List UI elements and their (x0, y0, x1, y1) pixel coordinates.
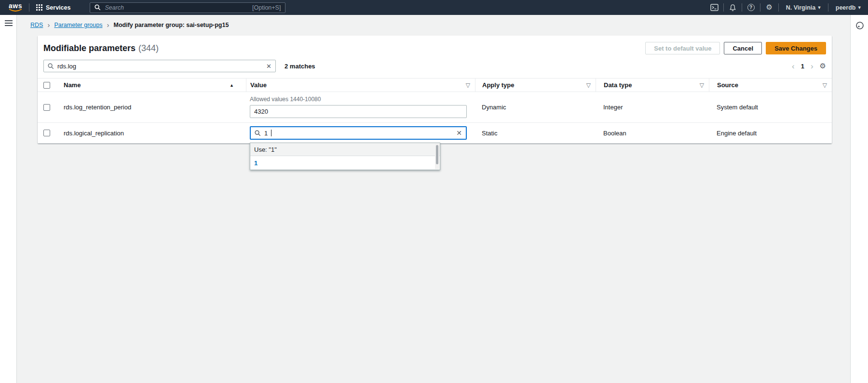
region-selector[interactable]: N. Virginia ▾ (779, 0, 828, 15)
search-shortcut-hint: [Option+S] (252, 4, 281, 11)
breadcrumb-separator-icon: › (107, 21, 109, 28)
status-circle-icon (855, 21, 864, 30)
source-cell: System default (709, 92, 832, 122)
search-icon (255, 130, 261, 136)
header-source: Source ▽ (709, 79, 832, 92)
parameter-name-cell: rds.log_retention_period (55, 92, 246, 122)
notifications-button[interactable] (724, 0, 742, 15)
column-label-apply-type: Apply type (482, 81, 514, 89)
breadcrumb-parameter-groups-link[interactable]: Parameter groups (54, 22, 102, 28)
table-row-log-retention-period: rds.log_retention_period Allowed values … (38, 92, 832, 123)
filter-apply-type-icon[interactable]: ▽ (586, 82, 591, 88)
table-preferences-gear-icon[interactable]: ⚙ (820, 63, 826, 70)
services-menu-button[interactable]: Services (29, 0, 77, 15)
global-search-input[interactable]: Search [Option+S] (90, 2, 285, 13)
previous-page-icon[interactable]: ‹ (792, 62, 795, 70)
header-checkbox-cell (38, 79, 55, 92)
dropdown-scrollbar-thumb[interactable] (436, 145, 438, 164)
header-actions: Set to default value Cancel Save Changes (645, 42, 826, 54)
region-label: N. Virginia (786, 4, 816, 11)
cancel-button[interactable]: Cancel (724, 42, 762, 54)
column-label-data-type: Data type (604, 81, 632, 89)
page-title: Modifiable parameters (43, 43, 136, 53)
aws-logo-text: aws (9, 3, 22, 9)
filter-data-type-icon[interactable]: ▽ (700, 82, 704, 88)
data-type-value: Integer (603, 104, 623, 111)
combobox-value: 1 (264, 130, 268, 137)
value-suggestions-dropdown: Use: "1" 1 (250, 143, 440, 170)
row-checkbox-cell (38, 92, 55, 122)
header-name[interactable]: Name ▲ (55, 79, 246, 92)
aws-logo[interactable]: aws (9, 3, 22, 12)
select-all-checkbox[interactable] (43, 82, 50, 89)
hamburger-menu-icon[interactable] (5, 20, 13, 26)
data-type-cell: Integer (596, 92, 709, 122)
allowed-values-hint: Allowed values 1440-10080 (250, 96, 467, 103)
save-changes-button[interactable]: Save Changes (766, 42, 826, 54)
dropdown-scrollbar[interactable] (435, 144, 439, 169)
value-input[interactable] (250, 105, 467, 118)
parameter-value-cell: Allowed values 1440-10080 (246, 92, 475, 122)
breadcrumb-rds-link[interactable]: RDS (30, 22, 43, 28)
apply-type-value: Dynamic (482, 104, 506, 111)
dropdown-use-entry[interactable]: Use: "1" (250, 143, 440, 156)
apply-type-cell: Dynamic (475, 92, 596, 122)
source-value: System default (717, 104, 758, 111)
services-label: Services (46, 4, 70, 11)
caret-down-icon: ▾ (818, 4, 821, 11)
side-panel-toggle[interactable] (855, 21, 864, 30)
row-checkbox[interactable] (43, 130, 50, 136)
sort-ascending-icon: ▲ (230, 83, 234, 88)
page-body: RDS › Parameter groups › Modify paramete… (0, 15, 868, 383)
column-label-source: Source (717, 81, 738, 89)
aws-smile-icon (9, 9, 22, 12)
filter-toolbar: ✕ 2 matches ‹ 1 › ⚙ (38, 54, 832, 72)
account-menu[interactable]: peerdb ▾ (828, 0, 868, 15)
data-type-value: Boolean (603, 130, 626, 137)
parameter-name: rds.log_retention_period (64, 104, 131, 111)
current-page-number[interactable]: 1 (801, 63, 804, 70)
row-checkbox[interactable] (43, 104, 50, 111)
settings-button[interactable]: ⚙ (760, 0, 778, 15)
card-header: Modifiable parameters (344) Set to defau… (38, 36, 832, 54)
apply-type-cell: Static (475, 123, 596, 143)
parameter-filter-input[interactable] (57, 63, 263, 70)
dropdown-option-1[interactable]: 1 (250, 156, 440, 170)
services-grid-icon (36, 4, 42, 11)
apply-type-value: Static (482, 130, 498, 137)
left-sidebar-rail (0, 15, 17, 383)
cloudshell-button[interactable] (705, 0, 723, 15)
next-page-icon[interactable]: › (811, 62, 814, 70)
row-checkbox-cell (38, 123, 55, 143)
parameter-name: rds.logical_replication (64, 130, 124, 137)
table-row-logical-replication: rds.logical_replication 1 ✕ Use: "1" (38, 123, 832, 144)
parameter-filter-field: ✕ (43, 60, 276, 72)
filter-value-icon[interactable]: ▽ (466, 82, 470, 88)
nav-right-controls: ? ⚙ N. Virginia ▾ peerdb ▾ (705, 0, 868, 15)
pagination: ‹ 1 › ⚙ (792, 62, 826, 70)
header-data-type: Data type ▽ (596, 79, 709, 92)
source-value: Engine default (717, 130, 757, 137)
cloudshell-terminal-icon (710, 4, 719, 11)
clear-combobox-icon[interactable]: ✕ (456, 130, 462, 136)
column-label-name: Name (64, 81, 81, 89)
breadcrumb: RDS › Parameter groups › Modify paramete… (30, 21, 229, 28)
parameters-table: Name ▲ Value ▽ Apply type ▽ Data type ▽ … (38, 78, 832, 144)
match-count: 2 matches (285, 63, 315, 70)
help-button[interactable]: ? (742, 0, 760, 15)
text-cursor (271, 130, 271, 136)
search-icon (95, 4, 101, 11)
search-placeholder: Search (105, 4, 248, 11)
breadcrumb-separator-icon: › (47, 21, 50, 28)
parameter-name-cell: rds.logical_replication (55, 123, 246, 143)
filter-source-icon[interactable]: ▽ (823, 82, 827, 88)
data-type-cell: Boolean (596, 123, 709, 143)
help-icon: ? (747, 4, 755, 11)
header-value: Value ▽ (246, 79, 475, 92)
gear-icon: ⚙ (766, 4, 772, 11)
clear-filter-icon[interactable]: ✕ (266, 63, 271, 69)
set-default-button[interactable]: Set to default value (645, 42, 720, 54)
caret-down-icon: ▾ (858, 4, 861, 11)
value-combobox[interactable]: 1 ✕ (250, 126, 467, 140)
modifiable-parameters-card: Modifiable parameters (344) Set to defau… (38, 36, 832, 144)
